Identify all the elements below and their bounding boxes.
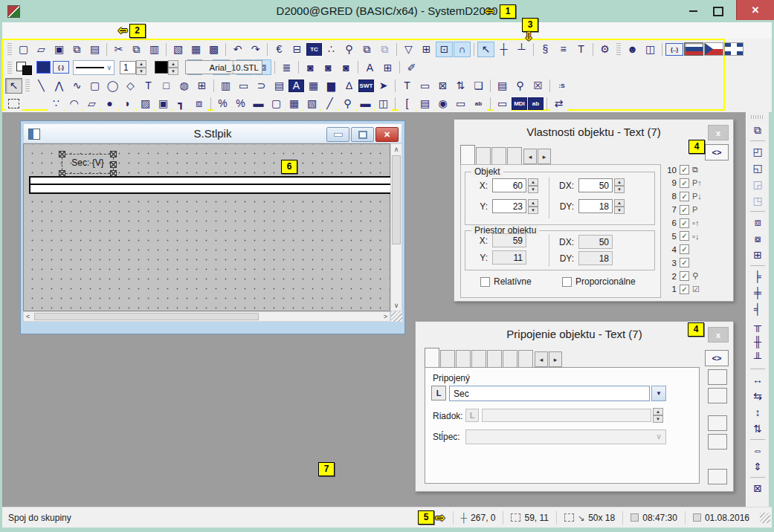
copy-stack-alt-button[interactable]: ⧉ [376, 42, 393, 57]
arc-tool-button[interactable]: ◠ [65, 96, 83, 111]
layer-visibility-checkbox[interactable] [680, 231, 689, 241]
font-edit-button[interactable]: A [361, 59, 378, 75]
layer-action-icon[interactable]: P↑ [692, 178, 709, 187]
report-control-button[interactable]: ⚲ [512, 78, 529, 94]
text-button[interactable] [708, 469, 727, 484]
table-object-button[interactable]: ▦ [305, 78, 322, 94]
rubber-select-button[interactable] [5, 96, 22, 111]
layer-visibility-checkbox[interactable] [680, 205, 689, 215]
language-czech-flag-button[interactable] [704, 42, 723, 56]
menu-okna[interactable] [87, 29, 100, 32]
value-v-button[interactable] [708, 369, 727, 385]
proportional-checkbox[interactable] [562, 277, 572, 287]
same-height-button[interactable]: ↕ [749, 404, 767, 421]
alarm-object-button[interactable]: ∆ [341, 78, 358, 94]
grid-button[interactable]: ⊞ [418, 42, 435, 57]
fill-color-swatch[interactable] [36, 61, 51, 74]
user-button[interactable]: ☻ [624, 42, 641, 57]
layer-action-icon[interactable]: ⧉ [692, 165, 709, 175]
insert-scheme-button[interactable]: ▧ [170, 42, 187, 57]
payment-panel-button[interactable]: ⊟ [288, 42, 306, 57]
layer-visibility-checkbox[interactable] [680, 165, 689, 175]
language-slovak-flag-button[interactable] [684, 42, 703, 56]
tabs-scroll-left-icon[interactable]: ◂ [535, 351, 548, 367]
snap-grid-button[interactable]: ⊡ [436, 42, 453, 57]
line-width-value[interactable]: 1 [120, 61, 136, 74]
box-3d-tool-button[interactable]: ⧈ [190, 96, 207, 111]
same-width-button[interactable]: ↔ [749, 372, 767, 388]
menu-nastavenia[interactable] [33, 29, 47, 32]
selection-handle[interactable] [110, 161, 117, 168]
local-variable-button[interactable]: L [431, 386, 446, 400]
rounded-rect-tool-button[interactable]: ▢ [86, 78, 103, 94]
dx-spinner[interactable]: ▲▼ [614, 178, 625, 193]
copy-button[interactable]: ⧉ [128, 42, 145, 57]
menu-system[interactable] [7, 29, 20, 32]
text-style-button[interactable]: T [573, 42, 590, 57]
copy-stack-button[interactable]: ⧉ [358, 42, 375, 57]
properties-close-icon[interactable]: x [708, 125, 729, 140]
menu-editacia[interactable] [20, 29, 33, 32]
stretch-width-button[interactable]: ⇔ [749, 442, 767, 458]
edit-group-button[interactable]: ⊞ [749, 247, 767, 263]
tabs-scroll-right-icon[interactable]: ▸ [538, 149, 551, 164]
tab[interactable] [487, 350, 502, 367]
space-horizontal-button[interactable]: ⇆ [749, 388, 767, 404]
layer-action-icon[interactable]: ☑ [692, 285, 709, 294]
line-tool-button[interactable]: ╲ [33, 78, 50, 94]
scheme-minimize-button[interactable] [326, 127, 349, 142]
bring-to-front-button[interactable]: ◰ [749, 143, 767, 160]
pointer-mode-button[interactable]: ↖ [477, 42, 494, 57]
layer-visibility-checkbox[interactable] [680, 192, 689, 201]
foreground-background-color-swatches[interactable] [15, 60, 34, 75]
button-object-button[interactable]: ▭ [235, 78, 252, 94]
scroll-right-icon[interactable]: > [384, 312, 387, 321]
script-button[interactable]: § [537, 42, 554, 57]
scroll-up-icon[interactable]: ∧ [391, 145, 401, 154]
draw-pen-button[interactable]: ✐ [403, 59, 420, 75]
selection-handle[interactable] [110, 151, 117, 158]
percent-grid-button[interactable]: % [232, 96, 249, 111]
bracket-control-button[interactable]: [ [399, 96, 416, 111]
frame-tool-button[interactable]: ▣ [155, 96, 172, 111]
ungroup-button[interactable]: ⧇ [749, 230, 767, 247]
selection-handle[interactable] [59, 151, 65, 158]
columns-object-button[interactable]: ◫ [375, 96, 392, 111]
panel-object-button[interactable]: ▧ [303, 96, 320, 111]
bitmap-tool-button[interactable]: ▨ [137, 96, 154, 111]
object-list-button[interactable]: ≡ [555, 42, 572, 57]
tab[interactable] [456, 350, 471, 367]
cut-button[interactable]: ✂ [110, 42, 127, 57]
dy-field[interactable]: 18 [578, 199, 613, 213]
align-right-button[interactable]: ╡ [749, 301, 767, 317]
vertical-scrollbar[interactable]: ∧ ∨ [390, 143, 402, 311]
raster-object-button[interactable]: ▦ [286, 96, 303, 111]
trend-object-button[interactable]: ╱ [321, 96, 338, 111]
stretch-height-button[interactable]: ⇕ [749, 458, 767, 475]
align-left-button[interactable]: ╞ [749, 268, 767, 285]
value-x-button[interactable] [708, 388, 727, 403]
properties-expand-button[interactable]: <> [705, 144, 729, 160]
selected-text-object[interactable]: Sec: {V} [62, 154, 114, 174]
align-middle-button[interactable]: ╫ [749, 334, 767, 350]
dy-spinner[interactable]: ▲▼ [614, 199, 625, 214]
copy-object-button[interactable]: ⧉ [749, 122, 767, 138]
tab[interactable] [440, 350, 455, 367]
connection-expand-button[interactable]: <> [705, 350, 729, 366]
macro-braces-button[interactable]: {..} [665, 43, 683, 56]
corner-tool-button[interactable]: ┓ [172, 96, 190, 111]
layer-action-icon[interactable]: ⚲ [692, 271, 709, 281]
circle-3d-tool-button[interactable]: ◍ [175, 78, 193, 94]
graph-object-button[interactable]: ▆ [323, 78, 340, 94]
goto-button[interactable] [708, 415, 727, 431]
line-color-swatch[interactable] [155, 61, 168, 74]
scheme-close-button[interactable] [375, 127, 399, 142]
euro-button[interactable]: € [271, 42, 288, 57]
layer-action-icon[interactable]: ▫↓ [692, 232, 709, 241]
connection-close-icon[interactable]: x [708, 327, 729, 343]
paste-special-button[interactable]: ▩ [205, 42, 222, 57]
y-spinner[interactable]: ▲▼ [528, 199, 538, 214]
close-box-control-button[interactable]: ⊠ [434, 78, 451, 94]
align-top-button[interactable]: ╥ [749, 317, 767, 334]
meter-object-button[interactable]: ▬ [357, 96, 374, 111]
